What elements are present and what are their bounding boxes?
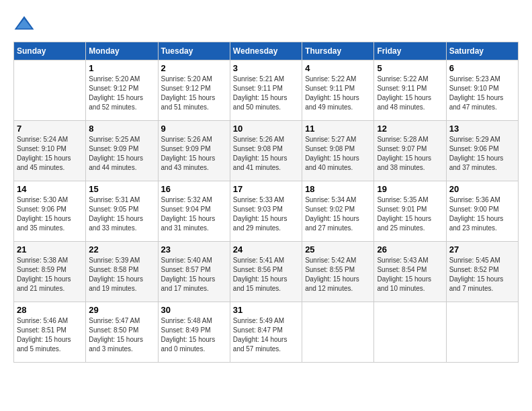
col-header-thursday: Thursday [302, 42, 374, 60]
day-info: Sunrise: 5:27 AM Sunset: 9:08 PM Dayligh… [305, 135, 371, 173]
col-header-saturday: Saturday [446, 42, 518, 60]
calendar-cell: 21Sunrise: 5:38 AM Sunset: 8:59 PM Dayli… [14, 242, 86, 302]
calendar-cell: 28Sunrise: 5:46 AM Sunset: 8:51 PM Dayli… [14, 302, 86, 363]
calendar-cell: 17Sunrise: 5:33 AM Sunset: 9:03 PM Dayli… [230, 181, 302, 242]
day-info: Sunrise: 5:23 AM Sunset: 9:10 PM Dayligh… [449, 75, 515, 112]
calendar-cell: 5Sunrise: 5:22 AM Sunset: 9:11 PM Daylig… [374, 60, 446, 121]
col-header-tuesday: Tuesday [158, 42, 230, 60]
day-info: Sunrise: 5:26 AM Sunset: 9:09 PM Dayligh… [161, 135, 227, 173]
calendar-cell: 15Sunrise: 5:31 AM Sunset: 9:05 PM Dayli… [86, 181, 158, 242]
day-info: Sunrise: 5:49 AM Sunset: 8:47 PM Dayligh… [233, 316, 299, 354]
day-info: Sunrise: 5:48 AM Sunset: 8:49 PM Dayligh… [161, 316, 227, 354]
day-number: 1 [89, 63, 154, 73]
week-row-5: 28Sunrise: 5:46 AM Sunset: 8:51 PM Dayli… [14, 302, 519, 363]
day-number: 25 [305, 244, 371, 255]
calendar-cell: 19Sunrise: 5:35 AM Sunset: 9:01 PM Dayli… [374, 181, 446, 242]
logo-icon [13, 13, 35, 35]
col-header-friday: Friday [374, 42, 446, 60]
day-info: Sunrise: 5:24 AM Sunset: 9:10 PM Dayligh… [17, 135, 83, 173]
day-info: Sunrise: 5:22 AM Sunset: 9:11 PM Dayligh… [377, 75, 443, 112]
day-number: 24 [233, 244, 299, 255]
calendar-cell [374, 302, 446, 363]
day-number: 31 [233, 305, 299, 315]
day-info: Sunrise: 5:42 AM Sunset: 8:55 PM Dayligh… [305, 256, 371, 293]
day-number: 12 [377, 124, 443, 134]
col-header-wednesday: Wednesday [230, 42, 302, 60]
day-info: Sunrise: 5:39 AM Sunset: 8:58 PM Dayligh… [89, 256, 154, 293]
calendar-cell: 25Sunrise: 5:42 AM Sunset: 8:55 PM Dayli… [302, 242, 374, 302]
week-row-1: 1Sunrise: 5:20 AM Sunset: 9:12 PM Daylig… [14, 60, 519, 121]
calendar-cell: 22Sunrise: 5:39 AM Sunset: 8:58 PM Dayli… [86, 242, 158, 302]
day-number: 13 [449, 124, 515, 134]
day-number: 27 [449, 244, 515, 255]
day-number: 17 [233, 184, 299, 194]
calendar-cell: 8Sunrise: 5:25 AM Sunset: 9:09 PM Daylig… [86, 121, 158, 181]
calendar-cell: 20Sunrise: 5:36 AM Sunset: 9:00 PM Dayli… [446, 181, 518, 242]
day-info: Sunrise: 5:22 AM Sunset: 9:11 PM Dayligh… [305, 75, 371, 112]
day-info: Sunrise: 5:35 AM Sunset: 9:01 PM Dayligh… [377, 195, 443, 233]
col-header-monday: Monday [86, 42, 158, 60]
calendar-cell: 13Sunrise: 5:29 AM Sunset: 9:06 PM Dayli… [446, 121, 518, 181]
calendar-cell [446, 302, 518, 363]
calendar-cell: 12Sunrise: 5:28 AM Sunset: 9:07 PM Dayli… [374, 121, 446, 181]
calendar-cell: 2Sunrise: 5:20 AM Sunset: 9:12 PM Daylig… [158, 60, 230, 121]
day-number: 9 [161, 124, 227, 134]
day-number: 22 [89, 244, 154, 255]
day-info: Sunrise: 5:34 AM Sunset: 9:02 PM Dayligh… [305, 195, 371, 233]
calendar-cell: 11Sunrise: 5:27 AM Sunset: 9:08 PM Dayli… [302, 121, 374, 181]
day-number: 4 [305, 63, 371, 73]
calendar-cell: 27Sunrise: 5:45 AM Sunset: 8:52 PM Dayli… [446, 242, 518, 302]
day-number: 30 [161, 305, 227, 315]
day-number: 15 [89, 184, 154, 194]
calendar-cell: 7Sunrise: 5:24 AM Sunset: 9:10 PM Daylig… [14, 121, 86, 181]
col-header-sunday: Sunday [14, 42, 86, 60]
calendar-cell: 16Sunrise: 5:32 AM Sunset: 9:04 PM Dayli… [158, 181, 230, 242]
day-number: 11 [305, 124, 371, 134]
calendar-cell: 10Sunrise: 5:26 AM Sunset: 9:08 PM Dayli… [230, 121, 302, 181]
calendar-cell: 23Sunrise: 5:40 AM Sunset: 8:57 PM Dayli… [158, 242, 230, 302]
day-number: 26 [377, 244, 443, 255]
day-info: Sunrise: 5:32 AM Sunset: 9:04 PM Dayligh… [161, 195, 227, 233]
day-number: 29 [89, 305, 154, 315]
calendar-cell [14, 60, 86, 121]
day-number: 10 [233, 124, 299, 134]
day-info: Sunrise: 5:25 AM Sunset: 9:09 PM Dayligh… [89, 135, 154, 173]
calendar-table: SundayMondayTuesdayWednesdayThursdayFrid… [13, 42, 519, 363]
calendar-cell: 24Sunrise: 5:41 AM Sunset: 8:56 PM Dayli… [230, 242, 302, 302]
calendar-cell: 3Sunrise: 5:21 AM Sunset: 9:11 PM Daylig… [230, 60, 302, 121]
calendar-cell: 1Sunrise: 5:20 AM Sunset: 9:12 PM Daylig… [86, 60, 158, 121]
day-number: 14 [17, 184, 83, 194]
day-number: 23 [161, 244, 227, 255]
calendar-cell: 31Sunrise: 5:49 AM Sunset: 8:47 PM Dayli… [230, 302, 302, 363]
day-number: 21 [17, 244, 83, 255]
calendar-cell: 9Sunrise: 5:26 AM Sunset: 9:09 PM Daylig… [158, 121, 230, 181]
day-number: 3 [233, 63, 299, 73]
day-number: 16 [161, 184, 227, 194]
day-number: 7 [17, 124, 83, 134]
day-number: 18 [305, 184, 371, 194]
day-info: Sunrise: 5:20 AM Sunset: 9:12 PM Dayligh… [89, 75, 154, 112]
day-info: Sunrise: 5:46 AM Sunset: 8:51 PM Dayligh… [17, 316, 83, 354]
day-number: 6 [449, 63, 515, 73]
day-info: Sunrise: 5:47 AM Sunset: 8:50 PM Dayligh… [89, 316, 154, 354]
day-info: Sunrise: 5:38 AM Sunset: 8:59 PM Dayligh… [17, 256, 83, 293]
day-info: Sunrise: 5:40 AM Sunset: 8:57 PM Dayligh… [161, 256, 227, 293]
day-info: Sunrise: 5:31 AM Sunset: 9:05 PM Dayligh… [89, 195, 154, 233]
day-info: Sunrise: 5:29 AM Sunset: 9:06 PM Dayligh… [449, 135, 515, 173]
calendar-cell: 6Sunrise: 5:23 AM Sunset: 9:10 PM Daylig… [446, 60, 518, 121]
calendar-cell: 30Sunrise: 5:48 AM Sunset: 8:49 PM Dayli… [158, 302, 230, 363]
day-info: Sunrise: 5:43 AM Sunset: 8:54 PM Dayligh… [377, 256, 443, 293]
day-info: Sunrise: 5:30 AM Sunset: 9:06 PM Dayligh… [17, 195, 83, 233]
day-info: Sunrise: 5:45 AM Sunset: 8:52 PM Dayligh… [449, 256, 515, 293]
day-info: Sunrise: 5:20 AM Sunset: 9:12 PM Dayligh… [161, 75, 227, 112]
day-info: Sunrise: 5:41 AM Sunset: 8:56 PM Dayligh… [233, 256, 299, 293]
calendar-header-row: SundayMondayTuesdayWednesdayThursdayFrid… [14, 42, 519, 60]
day-number: 8 [89, 124, 154, 134]
day-number: 19 [377, 184, 443, 194]
page-header [13, 13, 519, 35]
day-info: Sunrise: 5:36 AM Sunset: 9:00 PM Dayligh… [449, 195, 515, 233]
calendar-cell: 14Sunrise: 5:30 AM Sunset: 9:06 PM Dayli… [14, 181, 86, 242]
calendar-cell: 18Sunrise: 5:34 AM Sunset: 9:02 PM Dayli… [302, 181, 374, 242]
logo [13, 13, 38, 35]
week-row-3: 14Sunrise: 5:30 AM Sunset: 9:06 PM Dayli… [14, 181, 519, 242]
